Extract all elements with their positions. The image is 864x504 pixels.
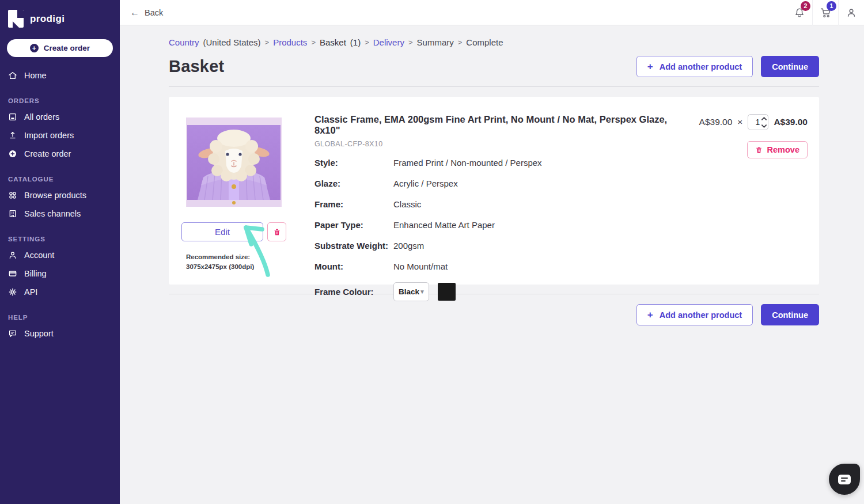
detail-row-frame: Frame: Classic bbox=[314, 199, 684, 209]
detail-row-mount: Mount: No Mount/mat bbox=[314, 262, 684, 271]
add-another-product-label: Add another product bbox=[660, 310, 742, 320]
add-another-product-button-bottom[interactable]: + Add another product bbox=[636, 304, 753, 325]
sidebar-item-api[interactable]: API bbox=[0, 283, 120, 301]
add-another-product-button[interactable]: + Add another product bbox=[636, 56, 753, 77]
quantity-increment-button[interactable] bbox=[760, 115, 768, 122]
recommended-size: Recommended size: 3075x2475px (300dpi) bbox=[186, 252, 291, 272]
sidebar-item-import-orders[interactable]: Import orders bbox=[0, 126, 120, 145]
price-row: A$39.00 × A$39.00 bbox=[699, 114, 808, 130]
continue-button[interactable]: Continue bbox=[761, 56, 819, 77]
cart-button[interactable]: 1 bbox=[812, 0, 838, 25]
user-icon bbox=[846, 7, 857, 18]
user-icon bbox=[8, 251, 17, 260]
section-title-settings: SETTINGS bbox=[0, 223, 120, 246]
remove-label: Remove bbox=[767, 145, 799, 154]
breadcrumb-summary: Summary bbox=[417, 37, 454, 47]
create-order-button[interactable]: + Create order bbox=[7, 39, 113, 57]
account-menu-button[interactable] bbox=[838, 0, 864, 25]
sidebar-item-label: Create order bbox=[24, 149, 71, 158]
edit-image-button[interactable]: Edit bbox=[181, 222, 263, 241]
detail-label: Paper Type: bbox=[314, 220, 393, 230]
breadcrumb-delivery-link[interactable]: Delivery bbox=[373, 37, 404, 47]
sidebar: prodigi + Create order Home ORDERS All o… bbox=[0, 0, 120, 504]
unit-price: A$39.00 bbox=[699, 117, 733, 127]
recommended-size-value: 3075x2475px (300dpi) bbox=[186, 262, 291, 272]
basket-item-card: Edit Recommended size: 3075x2475px (300d… bbox=[169, 97, 819, 285]
topbar: ← Back 2 1 bbox=[120, 0, 864, 25]
breadcrumb-complete: Complete bbox=[466, 37, 503, 47]
sidebar-item-label: Home bbox=[24, 71, 47, 80]
sidebar-item-all-orders[interactable]: All orders bbox=[0, 108, 120, 126]
sidebar-item-label: Browse products bbox=[24, 191, 86, 200]
remove-item-button[interactable]: Remove bbox=[747, 141, 808, 158]
breadcrumb-country-link[interactable]: Country bbox=[169, 37, 199, 47]
home-icon bbox=[8, 71, 17, 80]
detail-row-style: Style: Framed Print / Non-mounted / Pers… bbox=[314, 158, 684, 168]
continue-button-bottom[interactable]: Continue bbox=[761, 304, 819, 325]
detail-row-paper-type: Paper Type: Enhanced Matte Art Paper bbox=[314, 220, 684, 230]
frame-colour-swatch bbox=[438, 283, 456, 301]
breadcrumb: Country (United States) > Products > Bas… bbox=[169, 37, 819, 47]
sidebar-item-support[interactable]: Support bbox=[0, 324, 120, 343]
section-title-catalogue: CATALOGUE bbox=[0, 163, 120, 186]
product-title: Classic Frame, EMA 200gsm Fine Art Print… bbox=[314, 114, 684, 136]
detail-label: Style: bbox=[314, 158, 393, 168]
frame-colour-select[interactable]: Black ▼ bbox=[393, 282, 429, 301]
chevron-up-icon bbox=[761, 117, 767, 120]
detail-value: Enhanced Matte Art Paper bbox=[393, 220, 495, 230]
back-button[interactable]: ← Back bbox=[120, 7, 173, 18]
breadcrumb-separator: > bbox=[311, 38, 316, 47]
credit-card-icon bbox=[8, 269, 17, 278]
notifications-button[interactable]: 2 bbox=[786, 0, 812, 25]
sidebar-item-label: Sales channels bbox=[24, 209, 81, 218]
detail-row-substrate-weight: Substrate Weight: 200gsm bbox=[314, 241, 684, 251]
chevron-down-icon: ▼ bbox=[419, 289, 425, 295]
product-details: Style: Framed Print / Non-mounted / Pers… bbox=[314, 158, 684, 301]
detail-row-frame-colour: Frame Colour: Black ▼ bbox=[314, 282, 684, 301]
chat-launcher-button[interactable] bbox=[829, 464, 860, 495]
plus-circle-icon: + bbox=[30, 44, 39, 52]
plus-icon: + bbox=[647, 61, 653, 73]
section-title-help: HELP bbox=[0, 301, 120, 324]
breadcrumb-separator: > bbox=[265, 38, 270, 47]
breadcrumb-basket-current: Basket bbox=[320, 37, 346, 47]
sidebar-item-label: Billing bbox=[24, 269, 47, 278]
quantity-input[interactable] bbox=[748, 118, 760, 127]
sidebar-item-label: Import orders bbox=[24, 131, 74, 140]
sidebar-item-account[interactable]: Account bbox=[0, 246, 120, 264]
detail-value: Framed Print / Non-mounted / Perspex bbox=[393, 158, 542, 168]
sidebar-item-label: API bbox=[24, 287, 37, 297]
chevron-down-icon bbox=[761, 124, 767, 128]
detail-label: Mount: bbox=[314, 262, 393, 271]
sidebar-item-create-order[interactable]: Create order bbox=[0, 145, 120, 163]
breadcrumb-basket-count: (1) bbox=[350, 37, 361, 47]
breadcrumb-products-link[interactable]: Products bbox=[273, 37, 307, 47]
gear-icon bbox=[8, 287, 17, 297]
plus-circle-icon bbox=[8, 149, 17, 158]
trash-icon bbox=[755, 146, 763, 154]
sidebar-item-browse-products[interactable]: Browse products bbox=[0, 186, 120, 204]
detail-label: Glaze: bbox=[314, 179, 393, 188]
sidebar-item-home[interactable]: Home bbox=[0, 66, 120, 85]
recommended-size-label: Recommended size: bbox=[186, 252, 291, 262]
back-label: Back bbox=[145, 8, 163, 17]
brand-name: prodigi bbox=[30, 13, 65, 25]
detail-label: Frame Colour: bbox=[314, 287, 393, 297]
total-price: A$39.00 bbox=[774, 117, 808, 127]
sidebar-item-label: Account bbox=[24, 251, 54, 260]
sidebar-item-billing[interactable]: Billing bbox=[0, 264, 120, 283]
delete-image-button[interactable] bbox=[267, 222, 286, 241]
chat-bubble-icon bbox=[8, 329, 17, 338]
breadcrumb-separator: > bbox=[458, 38, 463, 47]
page-title: Basket bbox=[169, 57, 224, 76]
quantity-decrement-button[interactable] bbox=[760, 122, 768, 130]
sidebar-item-sales-channels[interactable]: Sales channels bbox=[0, 204, 120, 223]
quantity-stepper[interactable] bbox=[748, 114, 768, 130]
detail-value: Classic bbox=[393, 199, 421, 209]
brand-logo[interactable]: prodigi bbox=[0, 0, 120, 36]
sidebar-item-label: All orders bbox=[24, 112, 59, 122]
orders-icon bbox=[8, 112, 17, 122]
prodigi-logo-icon bbox=[8, 10, 24, 28]
notifications-badge: 2 bbox=[801, 1, 810, 11]
add-another-product-label: Add another product bbox=[660, 62, 742, 71]
